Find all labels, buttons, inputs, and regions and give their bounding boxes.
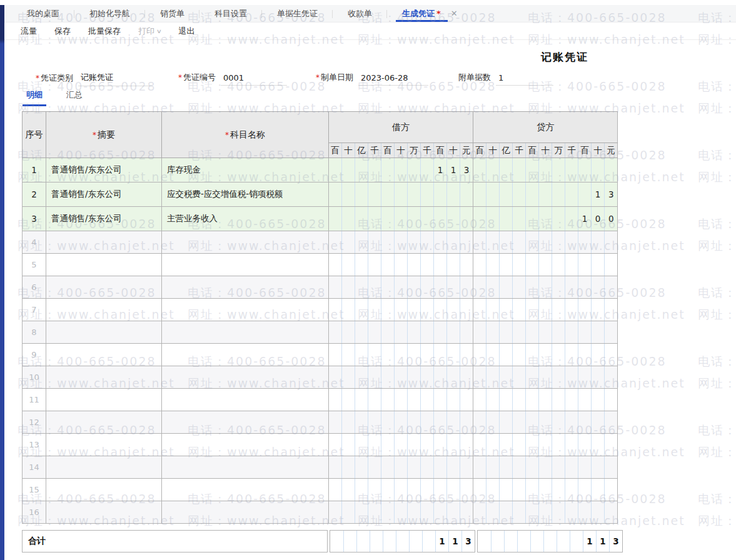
- debit-digit-cell[interactable]: [342, 182, 355, 207]
- credit-digit-cell[interactable]: [486, 182, 500, 207]
- credit-digit-cell[interactable]: [592, 321, 605, 344]
- debit-digit-cell[interactable]: [460, 254, 473, 276]
- debit-digit-cell[interactable]: [381, 231, 395, 254]
- credit-digit-cell[interactable]: [500, 254, 513, 276]
- credit-digit-cell[interactable]: [592, 479, 605, 501]
- debit-digit-cell[interactable]: [329, 158, 342, 182]
- credit-digit-cell[interactable]: [565, 276, 578, 299]
- debit-digit-cell[interactable]: [381, 389, 395, 411]
- credit-digit-cell[interactable]: [526, 389, 539, 411]
- credit-digit-cell[interactable]: [605, 479, 618, 501]
- credit-digit-cell[interactable]: [539, 231, 552, 254]
- debit-digit-cell[interactable]: [368, 456, 381, 479]
- debit-digit-cell[interactable]: [434, 299, 447, 321]
- credit-digit-cell[interactable]: [605, 411, 618, 434]
- credit-digit-cell[interactable]: [592, 158, 605, 182]
- debit-digit-cell[interactable]: [395, 158, 408, 182]
- credit-digit-cell[interactable]: [539, 299, 552, 321]
- credit-digit-cell[interactable]: [473, 366, 486, 389]
- debit-digit-cell[interactable]: [381, 299, 395, 321]
- debit-digit-cell[interactable]: [381, 276, 395, 299]
- debit-digit-cell[interactable]: [447, 479, 460, 501]
- debit-digit-cell[interactable]: [395, 276, 408, 299]
- debit-digit-cell[interactable]: [434, 366, 447, 389]
- credit-digit-cell[interactable]: [578, 321, 592, 344]
- credit-digit-cell[interactable]: [539, 479, 552, 501]
- debit-digit-cell[interactable]: [368, 276, 381, 299]
- debit-digit-cell[interactable]: [460, 456, 473, 479]
- credit-digit-cell[interactable]: [565, 344, 578, 366]
- credit-digit-cell[interactable]: [539, 321, 552, 344]
- credit-digit-cell[interactable]: [565, 254, 578, 276]
- debit-digit-cell[interactable]: [329, 366, 342, 389]
- debit-digit-cell[interactable]: [434, 501, 447, 524]
- debit-digit-cell[interactable]: [395, 321, 408, 344]
- debit-digit-cell[interactable]: [381, 321, 395, 344]
- credit-digit-cell[interactable]: [486, 434, 500, 456]
- debit-digit-cell[interactable]: [381, 344, 395, 366]
- field-value[interactable]: 1: [496, 73, 553, 86]
- debit-digit-cell[interactable]: [460, 434, 473, 456]
- credit-digit-cell[interactable]: 0: [605, 207, 618, 231]
- toolbar-button-2[interactable]: 保存: [46, 26, 79, 37]
- debit-digit-cell[interactable]: [460, 207, 473, 231]
- tab-1[interactable]: 我的桌面: [12, 5, 74, 22]
- credit-digit-cell[interactable]: [486, 479, 500, 501]
- credit-digit-cell[interactable]: [565, 456, 578, 479]
- credit-digit-cell[interactable]: [513, 389, 526, 411]
- debit-digit-cell[interactable]: [460, 182, 473, 207]
- credit-digit-cell[interactable]: [486, 411, 500, 434]
- credit-digit-cell[interactable]: [473, 344, 486, 366]
- credit-digit-cell[interactable]: [552, 321, 565, 344]
- debit-digit-cell[interactable]: [460, 366, 473, 389]
- debit-digit-cell[interactable]: [329, 299, 342, 321]
- debit-digit-cell[interactable]: [329, 276, 342, 299]
- credit-digit-cell[interactable]: [552, 501, 565, 524]
- debit-digit-cell[interactable]: [329, 344, 342, 366]
- debit-digit-cell[interactable]: [434, 344, 447, 366]
- credit-digit-cell[interactable]: [552, 411, 565, 434]
- credit-digit-cell[interactable]: [486, 207, 500, 231]
- credit-digit-cell[interactable]: [526, 231, 539, 254]
- credit-digit-cell[interactable]: [552, 231, 565, 254]
- tab-2[interactable]: 初始化导航: [74, 5, 145, 22]
- debit-digit-cell[interactable]: [447, 299, 460, 321]
- debit-digit-cell[interactable]: [381, 158, 395, 182]
- credit-digit-cell[interactable]: [486, 231, 500, 254]
- debit-digit-cell[interactable]: [329, 389, 342, 411]
- debit-digit-cell[interactable]: [342, 299, 355, 321]
- debit-digit-cell[interactable]: [408, 411, 421, 434]
- debit-digit-cell[interactable]: [342, 501, 355, 524]
- credit-digit-cell[interactable]: [486, 456, 500, 479]
- summary-cell[interactable]: [46, 366, 162, 389]
- debit-digit-cell[interactable]: [355, 276, 368, 299]
- debit-digit-cell[interactable]: [342, 479, 355, 501]
- credit-digit-cell[interactable]: [526, 299, 539, 321]
- debit-digit-cell[interactable]: [355, 344, 368, 366]
- debit-digit-cell[interactable]: [355, 254, 368, 276]
- debit-digit-cell[interactable]: [421, 321, 434, 344]
- account-cell[interactable]: [162, 479, 329, 501]
- credit-digit-cell[interactable]: [565, 366, 578, 389]
- debit-digit-cell[interactable]: [434, 254, 447, 276]
- debit-digit-cell[interactable]: [434, 479, 447, 501]
- credit-digit-cell[interactable]: [513, 366, 526, 389]
- credit-digit-cell[interactable]: [473, 207, 486, 231]
- credit-digit-cell[interactable]: [539, 207, 552, 231]
- credit-digit-cell[interactable]: [473, 456, 486, 479]
- debit-digit-cell[interactable]: [447, 182, 460, 207]
- credit-digit-cell[interactable]: [513, 434, 526, 456]
- debit-digit-cell[interactable]: [342, 411, 355, 434]
- close-tab-icon[interactable]: ✕: [451, 9, 458, 18]
- debit-digit-cell[interactable]: [460, 411, 473, 434]
- debit-digit-cell[interactable]: [355, 207, 368, 231]
- credit-digit-cell[interactable]: [473, 321, 486, 344]
- debit-digit-cell[interactable]: 1: [447, 158, 460, 182]
- debit-digit-cell[interactable]: [395, 299, 408, 321]
- account-cell[interactable]: [162, 501, 329, 524]
- credit-digit-cell[interactable]: [592, 456, 605, 479]
- credit-digit-cell[interactable]: [513, 299, 526, 321]
- debit-digit-cell[interactable]: [342, 231, 355, 254]
- debit-digit-cell[interactable]: [355, 366, 368, 389]
- credit-digit-cell[interactable]: [473, 231, 486, 254]
